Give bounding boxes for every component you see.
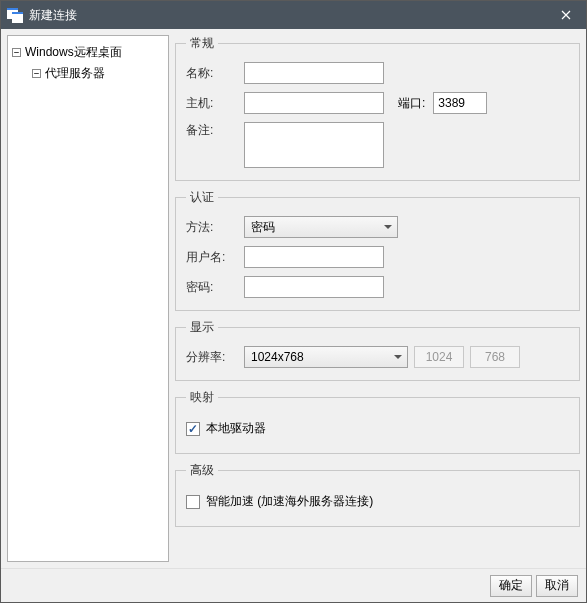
dialog-window: 新建连接 − Windows远程桌面 − 代理服务器 常规 名称:: [0, 0, 587, 603]
legend-general: 常规: [186, 35, 218, 52]
legend-advanced: 高级: [186, 462, 218, 479]
resolution-width: 1024: [414, 346, 464, 368]
label-port: 端口:: [398, 95, 425, 112]
input-host[interactable]: [244, 92, 384, 114]
group-general: 常规 名称: 主机: 端口: 备注:: [175, 35, 580, 181]
group-mapping: 映射 本地驱动器: [175, 389, 580, 454]
titlebar: 新建连接: [1, 1, 586, 29]
legend-display: 显示: [186, 319, 218, 336]
label-local-drive: 本地驱动器: [206, 420, 266, 437]
tree-child-label: 代理服务器: [45, 65, 105, 82]
group-advanced: 高级 智能加速 (加速海外服务器连接): [175, 462, 580, 527]
tree-item-root[interactable]: − Windows远程桌面: [12, 42, 164, 63]
label-smart-accel: 智能加速 (加速海外服务器连接): [206, 493, 373, 510]
tree-item-proxy[interactable]: − 代理服务器: [12, 63, 164, 84]
app-icon: [7, 8, 23, 22]
select-method[interactable]: 密码: [244, 216, 398, 238]
input-name[interactable]: [244, 62, 384, 84]
input-username[interactable]: [244, 246, 384, 268]
input-port[interactable]: [433, 92, 487, 114]
select-resolution-value: 1024x768: [251, 350, 304, 364]
legend-auth: 认证: [186, 189, 218, 206]
titlebar-title: 新建连接: [29, 7, 546, 24]
input-password[interactable]: [244, 276, 384, 298]
chevron-down-icon: [389, 347, 407, 367]
label-username: 用户名:: [186, 249, 244, 266]
resolution-height: 768: [470, 346, 520, 368]
close-button[interactable]: [546, 1, 586, 29]
form-panel: 常规 名称: 主机: 端口: 备注: 认证: [175, 35, 580, 562]
label-password: 密码:: [186, 279, 244, 296]
dialog-footer: 确定 取消: [1, 568, 586, 602]
tree-collapse-icon[interactable]: −: [32, 69, 41, 78]
label-name: 名称:: [186, 65, 244, 82]
tree-root-label: Windows远程桌面: [25, 44, 122, 61]
label-resolution: 分辨率:: [186, 349, 244, 366]
label-host: 主机:: [186, 95, 244, 112]
tree-panel: − Windows远程桌面 − 代理服务器: [7, 35, 169, 562]
input-remark[interactable]: [244, 122, 384, 168]
cancel-button[interactable]: 取消: [536, 575, 578, 597]
group-display: 显示 分辨率: 1024x768 1024 768: [175, 319, 580, 381]
chevron-down-icon: [379, 217, 397, 237]
group-auth: 认证 方法: 密码 用户名: 密码:: [175, 189, 580, 311]
dialog-body: − Windows远程桌面 − 代理服务器 常规 名称: 主机: 端口:: [1, 29, 586, 568]
legend-mapping: 映射: [186, 389, 218, 406]
tree-collapse-icon[interactable]: −: [12, 48, 21, 57]
ok-button[interactable]: 确定: [490, 575, 532, 597]
label-method: 方法:: [186, 219, 244, 236]
checkbox-local-drive[interactable]: [186, 422, 200, 436]
label-remark: 备注:: [186, 122, 244, 139]
select-resolution[interactable]: 1024x768: [244, 346, 408, 368]
checkbox-smart-accel[interactable]: [186, 495, 200, 509]
select-method-value: 密码: [251, 219, 275, 236]
close-icon: [561, 10, 571, 20]
